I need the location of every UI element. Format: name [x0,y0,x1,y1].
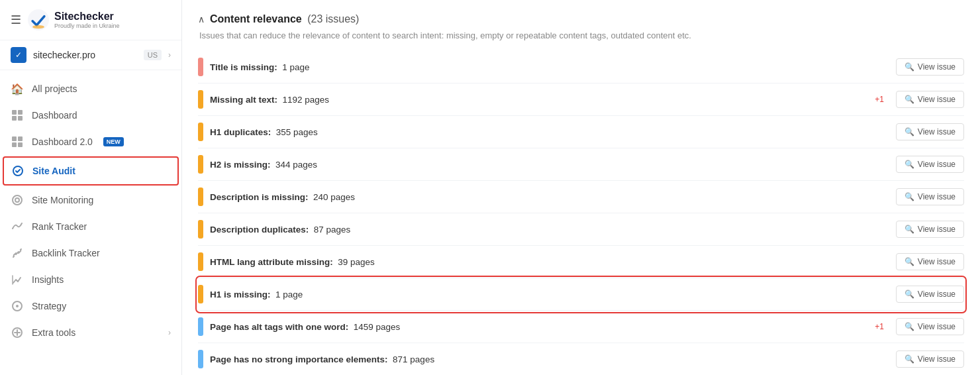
issue-text: Page has alt tags with one word: 1459 pa… [210,322,868,332]
project-item[interactable]: ✓ sitechecker.pro US › [0,40,181,70]
issue-indicator-blue [198,350,203,368]
issue-indicator-blue [198,317,203,336]
issue-indicator-orange [198,155,203,174]
issue-indicator-orange [198,220,203,239]
sidebar-header: ☰ Sitechecker Proudly made in Ukraine [0,0,181,40]
sidebar-item-label: Site Monitoring [32,195,93,205]
issue-text: Missing alt text: 1192 pages [210,95,868,105]
svg-rect-4 [12,116,17,121]
section-title: Content relevance (23 issues) [210,13,359,25]
svg-point-1 [32,25,44,28]
issue-indicator-orange [198,252,203,271]
view-issue-button[interactable]: 🔍 View issue [896,58,964,76]
svg-rect-9 [18,142,23,147]
strategy-icon [11,299,24,313]
svg-rect-7 [18,136,23,141]
sidebar-item-strategy[interactable]: Strategy [0,293,181,319]
sidebar-item-all-projects[interactable]: 🏠 All projects [0,76,181,102]
hamburger-icon[interactable]: ☰ [11,13,21,27]
issue-text: Description is missing: 240 pages [210,192,889,202]
sidebar-item-label: Rank Tracker [32,221,87,232]
logo-icon [28,9,49,30]
issue-row: Title is missing: 1 page 🔍 View issue [198,51,964,83]
svg-rect-5 [18,116,23,121]
search-icon: 🔍 [905,225,914,234]
section-issues-count: (23 issues) [307,13,359,25]
extra-tools-icon [11,326,24,339]
logo-container: Sitechecker Proudly made in Ukraine [28,9,120,30]
issue-text: H2 is missing: 344 pages [210,160,889,170]
view-issue-button[interactable]: 🔍 View issue [896,91,964,108]
issue-text: Description duplicates: 87 pages [210,225,889,235]
sidebar-item-site-monitoring[interactable]: Site Monitoring [0,187,181,213]
svg-point-12 [15,198,19,202]
view-issue-button[interactable]: 🔍 View issue [896,350,964,368]
view-issue-button[interactable]: 🔍 View issue [896,286,964,303]
issue-text: Title is missing: 1 page [210,62,889,72]
sidebar-item-dashboard[interactable]: Dashboard [0,102,181,129]
sidebar-item-label: Dashboard [32,110,77,121]
sidebar-item-extra-tools[interactable]: Extra tools › [0,319,181,346]
sidebar-item-label: Site Audit [32,166,75,176]
issue-indicator-orange [198,285,203,303]
search-icon: 🔍 [905,257,914,266]
sidebar-item-dashboard2[interactable]: Dashboard 2.0 NEW [0,129,181,155]
issue-text: H1 is missing: 1 page [210,290,889,299]
project-name: sitechecker.pro [33,50,134,60]
section-toggle-icon[interactable]: ∧ [198,14,205,25]
sidebar-item-backlink-tracker[interactable]: Backlink Tracker [0,240,181,266]
issue-badge: +1 [875,322,884,331]
main-content: ∧ Content relevance (23 issues) Issues t… [182,0,980,375]
sidebar-item-label: Dashboard 2.0 [32,136,93,147]
issue-indicator-red [198,58,203,76]
issue-badge: +1 [875,95,884,104]
home-icon: 🏠 [11,82,24,95]
app-name: Sitechecker [54,11,120,23]
svg-point-15 [16,305,19,307]
new-badge: NEW [103,137,124,146]
issue-row: Description duplicates: 87 pages 🔍 View … [198,213,964,246]
insights-icon [11,273,24,286]
issue-text: HTML lang attribute missing: 39 pages [210,257,889,267]
view-issue-button[interactable]: 🔍 View issue [896,221,964,238]
issue-row: Description is missing: 240 pages 🔍 View… [198,181,964,213]
svg-rect-3 [18,110,23,115]
project-icon: ✓ [11,47,26,63]
extra-tools-chevron-icon: › [168,328,171,337]
issue-row: Missing alt text: 1192 pages +1 🔍 View i… [198,83,964,116]
view-issue-button[interactable]: 🔍 View issue [896,156,964,173]
issue-indicator-orange [198,123,203,141]
backlink-tracker-icon [11,246,24,260]
search-icon: 🔍 [905,290,914,299]
rank-tracker-icon [11,220,24,233]
search-icon: 🔍 [905,127,914,136]
issue-row: Page has alt tags with one word: 1459 pa… [198,311,964,343]
search-icon: 🔍 [905,322,914,331]
issue-indicator-orange [198,188,203,206]
project-region: US [144,50,162,60]
logo-text-block: Sitechecker Proudly made in Ukraine [54,11,120,29]
svg-rect-2 [12,110,17,115]
nav-items: 🏠 All projects Dashboard Dashboard 2.0 N… [0,70,181,375]
dashboard-icon [11,109,24,122]
sidebar-item-label: Strategy [32,301,66,311]
view-issue-button[interactable]: 🔍 View issue [896,188,964,205]
sidebar-item-label: Extra tools [32,327,75,338]
view-issue-button[interactable]: 🔍 View issue [896,123,964,140]
svg-point-11 [13,195,22,205]
search-icon: 🔍 [905,160,914,169]
svg-rect-6 [12,136,17,141]
view-issue-button[interactable]: 🔍 View issue [896,318,964,335]
dashboard2-icon [11,135,24,148]
sidebar-item-insights[interactable]: Insights [0,266,181,293]
sidebar-item-site-audit[interactable]: Site Audit [3,156,179,186]
issue-text: Page has no strong importance elements: … [210,354,889,364]
issue-row: H2 is missing: 344 pages 🔍 View issue [198,148,964,181]
sidebar-item-rank-tracker[interactable]: Rank Tracker [0,213,181,240]
app-tagline: Proudly made in Ukraine [54,23,120,29]
sidebar-item-label: Insights [32,274,64,285]
issue-indicator-orange [198,90,203,109]
issue-row: Page has no strong importance elements: … [198,343,964,375]
view-issue-button[interactable]: 🔍 View issue [896,253,964,270]
site-audit-icon [11,164,24,178]
